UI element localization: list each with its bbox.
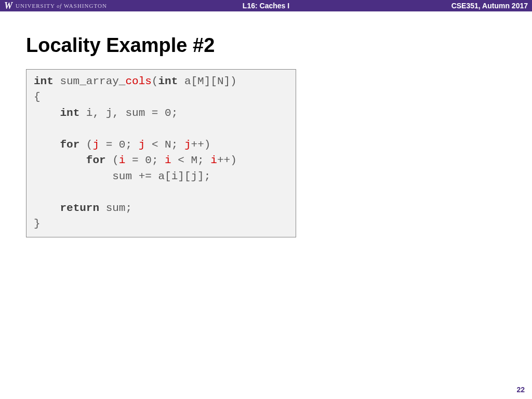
university-pre: UNIVERSITY	[16, 3, 55, 9]
code-line-5: for (j = 0; j < N; j++)	[34, 137, 288, 153]
code-block: int sum_array_cols(int a[M][N]) { int i,…	[26, 69, 296, 237]
slide-content: Locality Example #2 int sum_array_cols(i…	[0, 11, 532, 237]
page-number: 22	[516, 385, 525, 394]
course-label: CSE351, Autumn 2017	[451, 2, 528, 10]
code-line-8	[34, 184, 288, 200]
slide-header: W UNIVERSITY of WASHINGTON L16: Caches I…	[0, 0, 532, 11]
university-of: of	[57, 3, 62, 9]
uw-logo-icon: W	[4, 1, 12, 10]
code-line-7: sum += a[i][j];	[34, 169, 288, 184]
code-line-1: int sum_array_cols(int a[M][N])	[34, 74, 288, 89]
header-left: W UNIVERSITY of WASHINGTON	[4, 1, 107, 10]
code-line-6: for (i = 0; i < M; i++)	[34, 153, 288, 168]
page-title: Locality Example #2	[26, 34, 506, 57]
lecture-label: L16: Caches I	[243, 2, 289, 10]
code-line-10: }	[34, 216, 288, 232]
code-line-9: return sum;	[34, 201, 288, 216]
code-line-4	[34, 121, 288, 137]
university-post: WASHINGTON	[64, 3, 107, 9]
code-line-3: int i, j, sum = 0;	[34, 105, 288, 121]
university-name: UNIVERSITY of WASHINGTON	[16, 3, 107, 9]
code-line-2: {	[34, 89, 288, 105]
